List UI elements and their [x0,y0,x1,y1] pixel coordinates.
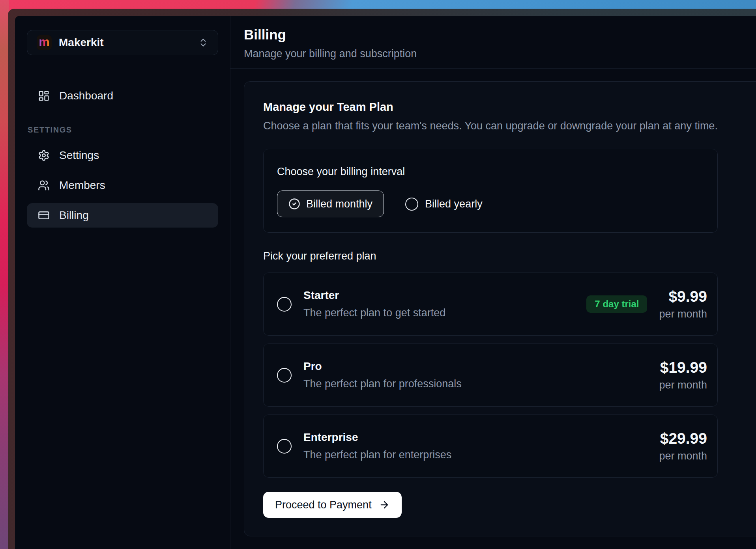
page-title: Billing [244,26,756,43]
workspace-selector[interactable]: m Makerkit [27,30,218,55]
check-circle-icon [288,198,300,210]
radio-circle-icon[interactable] [277,297,292,312]
page-header: Billing Manage your billing and subscrip… [230,26,756,61]
sidebar: m Makerkit Dashboard SETTINGS [15,16,230,549]
sidebar-item-billing[interactable]: Billing [27,203,218,228]
makerkit-logo: m [37,35,52,50]
plan-description: The perfect plan to get started [303,306,445,319]
radio-circle-icon [405,198,418,211]
billed-monthly-label: Billed monthly [306,198,372,210]
plan-description: The perfect plan for enterprises [303,448,451,461]
trial-badge: 7 day trial [586,295,647,313]
main-content: Billing Manage your billing and subscrip… [230,16,756,549]
price-block: $19.99 per month [659,359,707,392]
billed-yearly-label: Billed yearly [425,198,483,210]
plan-info: Starter The perfect plan to get started [303,289,445,319]
sidebar-item-settings[interactable]: Settings [27,143,218,168]
sidebar-item-label: Settings [59,149,99,162]
plan-period: per month [659,307,707,321]
header-divider [230,68,756,69]
plan-row-enterprise[interactable]: Enterprise The perfect plan for enterpri… [263,415,718,478]
plan-name: Pro [303,360,462,373]
price-block: $9.99 per month [659,288,707,321]
arrow-right-icon [379,499,390,510]
sidebar-nav: Dashboard SETTINGS Settings Members [27,84,218,228]
proceed-to-payment-button[interactable]: Proceed to Payment [263,492,402,518]
plan-pricing: $29.99 per month [659,430,707,463]
plan-rows: Starter The perfect plan to get started … [263,273,753,478]
plan-period: per month [659,449,707,463]
proceed-button-label: Proceed to Payment [275,499,372,511]
logo-letter: m [39,36,50,48]
billing-interval-options: Billed monthly Billed yearly [277,190,704,217]
card-title: Manage your Team Plan [263,99,753,115]
page-subtitle: Manage your billing and subscription [244,47,756,61]
chevrons-up-down-icon [198,37,208,48]
plan-price: $29.99 [659,430,707,447]
billed-yearly-option[interactable]: Billed yearly [405,198,483,211]
card-description: Choose a plan that fits your team's need… [263,119,753,133]
credit-card-icon [38,209,50,221]
team-plan-card: Manage your Team Plan Choose a plan that… [244,81,756,536]
plan-price: $9.99 [659,288,707,305]
sidebar-section-label: SETTINGS [27,125,218,134]
sidebar-item-label: Members [59,179,105,192]
plan-period: per month [659,378,707,392]
sidebar-item-label: Billing [59,209,89,222]
radio-circle-icon[interactable] [277,368,292,383]
sidebar-item-dashboard[interactable]: Dashboard [27,84,218,108]
plan-pricing: $19.99 per month [659,359,707,392]
price-block: $29.99 per month [659,430,707,463]
radio-circle-icon[interactable] [277,439,292,454]
desktop-wallpaper-strip [0,0,9,549]
plan-info: Pro The perfect plan for professionals [303,360,462,390]
sidebar-item-label: Dashboard [59,90,113,102]
macos-window: m Makerkit Dashboard SETTINGS [8,9,756,549]
plan-price: $19.99 [659,359,707,376]
dashboard-icon [38,90,50,102]
plan-name: Starter [303,289,445,302]
plan-row-starter[interactable]: Starter The perfect plan to get started … [263,273,718,336]
users-icon [38,179,50,191]
sidebar-item-members[interactable]: Members [27,173,218,198]
gear-icon [38,149,50,161]
billing-interval-label: Choose your billing interval [277,166,704,178]
billed-monthly-option[interactable]: Billed monthly [277,190,384,217]
plan-row-pro[interactable]: Pro The perfect plan for professionals $… [263,344,718,407]
billing-interval-box: Choose your billing interval Billed mont… [263,149,718,233]
plan-pricing: 7 day trial $9.99 per month [586,288,707,321]
plans-label: Pick your preferred plan [263,250,753,262]
plan-name: Enterprise [303,431,451,444]
app-root: m Makerkit Dashboard SETTINGS [15,16,756,549]
workspace-name: Makerkit [59,36,104,49]
plan-description: The perfect plan for professionals [303,377,462,390]
plan-info: Enterprise The perfect plan for enterpri… [303,431,451,461]
